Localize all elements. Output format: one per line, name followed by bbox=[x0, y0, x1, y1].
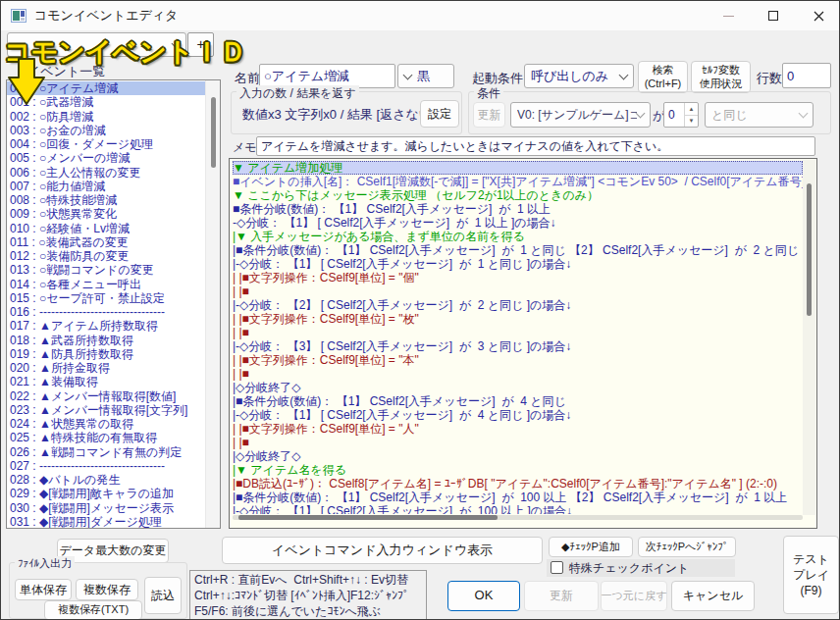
special-checkpoint-checkbox[interactable] bbox=[551, 561, 563, 574]
command-line[interactable]: |■条件分岐(数値)： 【1】 CSelf2[入手メッセージ] が 4 と同じ bbox=[233, 394, 803, 408]
event-list-item[interactable]: 004 : ○回復・ダメージ処理 bbox=[7, 137, 206, 151]
trigger-combo[interactable]: 呼び出しのみ bbox=[524, 64, 634, 88]
command-line[interactable]: | |■ bbox=[233, 284, 803, 298]
command-line[interactable]: | |■文字列操作：CSelf9[単位] = "枚" bbox=[233, 312, 803, 326]
event-list-item[interactable]: 007 : ○能力値増減 bbox=[7, 180, 206, 193]
condition-number-stepper[interactable]: 0 ▲ ▼ bbox=[663, 102, 699, 128]
ok-button[interactable]: OK bbox=[447, 581, 520, 611]
event-list-item[interactable]: 020 : ▲所持金取得 bbox=[7, 361, 206, 375]
memo-input[interactable]: アイテムを増減させます。減らしたいときはマイナスの値を入れて下さい。 bbox=[256, 136, 815, 156]
command-vscrollbar-thumb[interactable] bbox=[807, 183, 812, 316]
undo-button[interactable]: 一つ元に戻す bbox=[601, 581, 667, 611]
command-vscrollbar[interactable] bbox=[803, 160, 815, 515]
maximize-button[interactable] bbox=[751, 1, 796, 30]
command-hscrollbar[interactable] bbox=[233, 515, 803, 520]
name-color-combo[interactable]: 黒 bbox=[397, 64, 454, 88]
event-list-item[interactable]: 023 : ▲メンバー情報取得[文字列] bbox=[7, 403, 206, 417]
command-line[interactable]: | |■文字列操作：CSelf9[単位] = "個" bbox=[233, 271, 803, 284]
add-checkpoint-button[interactable]: ◆ﾁｪｯｸP追加 bbox=[549, 537, 633, 557]
event-list-item[interactable]: 011 : ○装備武器の変更 bbox=[7, 235, 206, 249]
command-line[interactable]: ■条件分岐(数値)： 【1】 CSelf2[入手メッセージ] が 1 以上 bbox=[233, 202, 803, 216]
command-line[interactable]: | |■ bbox=[233, 326, 803, 339]
command-line[interactable]: ▼ ここから下はメッセージ表示処理 （セルフ2が1以上のときのみ） bbox=[233, 188, 803, 202]
condition-compare-value: と同じ bbox=[711, 107, 748, 124]
event-list-item[interactable]: 012 : ○装備防具の変更 bbox=[7, 249, 206, 263]
event-command-list[interactable]: ▼ アイテム増加処理■イベントの挿入[名]： CSelf1[増減数[-で減]] … bbox=[229, 158, 817, 529]
event-list-item[interactable]: 008 : ○特殊技能増減 bbox=[7, 193, 206, 207]
event-list-scrollbar[interactable] bbox=[205, 80, 220, 528]
command-line[interactable]: |-◇分岐： 【3】 [ CSelf2[入手メッセージ] が 3 と同じ ]の場… bbox=[233, 339, 803, 353]
event-list-item[interactable]: 010 : ○経験値・Lv増減 bbox=[7, 222, 206, 235]
command-line[interactable]: |■条件分岐(数値)： 【1】 CSelf2[入手メッセージ] が 1 と同じ … bbox=[233, 243, 803, 257]
line-count-input[interactable]: 0 bbox=[782, 63, 831, 88]
condition-variable-combo[interactable]: V0: [サンプルゲーム]コッ bbox=[510, 102, 651, 128]
command-line[interactable]: ■イベントの挿入[名]： CSelf1[増減数[-で減]] = ["X[共]アイ… bbox=[233, 175, 803, 188]
event-list-item[interactable]: 019 : ▲防具所持数取得 bbox=[7, 347, 206, 361]
command-line[interactable]: -◇分岐： 【1】 [ CSelf2[入手メッセージ] が 1 以上 ]の場合↓ bbox=[233, 216, 803, 230]
condition-update-button[interactable]: 更新 bbox=[473, 102, 505, 128]
event-list-item[interactable]: 030 : ◆[戦闘用]メッセージ表示 bbox=[7, 501, 206, 515]
command-line[interactable]: |-◇分岐： 【1】 [ CSelf2[入手メッセージ] が 100 以上 ]の… bbox=[233, 504, 803, 514]
event-list-item[interactable]: 017 : ▲アイテム所持数取得 bbox=[7, 319, 206, 333]
command-line[interactable]: | |■ bbox=[233, 436, 803, 449]
io-summary: 数値x3 文字列x0 / 結果 [返さない] bbox=[242, 106, 436, 124]
window-title: コモンイベントエディタ bbox=[34, 1, 178, 30]
event-list-scrollbar-thumb[interactable] bbox=[211, 97, 216, 168]
event-list-item[interactable]: 005 : ○メンバーの増減 bbox=[7, 151, 206, 165]
event-list-item[interactable]: 014 : ○各種メニュー呼出 bbox=[7, 278, 206, 291]
event-list-item[interactable]: 003 : ○お金の増減 bbox=[7, 124, 206, 137]
event-list-rows: 000 : ○アイテム増減001 : ○武器増減002 : ○防具増減003 :… bbox=[7, 81, 220, 529]
command-line[interactable]: |▼ 入手メッセージがある場合、まず単位の名前を得る bbox=[233, 230, 803, 243]
next-checkpoint-button[interactable]: 次ﾁｪｯｸPへｼﾞｬﾝﾌﾟ bbox=[638, 537, 736, 557]
command-line[interactable]: |◇分岐終了◇ bbox=[233, 449, 803, 463]
event-list-item[interactable]: 029 : ◆[戦闘用]敵キャラの追加 bbox=[7, 487, 206, 500]
command-line[interactable]: |-◇分岐： 【1】 [ CSelf2[入手メッセージ] が 1 と同じ ]の場… bbox=[233, 257, 803, 271]
command-line[interactable]: |◇分岐終了◇ bbox=[233, 381, 803, 394]
update-button[interactable]: 更新 bbox=[524, 581, 599, 611]
event-list-item[interactable]: 016 : -------------------------------- bbox=[7, 305, 206, 319]
event-list-item[interactable]: 026 : ▲戦闘コマンド有無の判定 bbox=[7, 445, 206, 459]
stepper-up-icon[interactable]: ▲ bbox=[685, 103, 698, 115]
memo-label: メモ bbox=[233, 139, 257, 156]
multi-save-button[interactable]: 複数保存 bbox=[76, 579, 138, 600]
self-variable-usage-button[interactable]: ｾﾙﾌ変数 使用状況 bbox=[691, 61, 751, 93]
event-list-item[interactable]: 002 : ○防具増減 bbox=[7, 110, 206, 124]
minimize-button[interactable] bbox=[706, 1, 751, 30]
trigger-value: 呼び出しのみ bbox=[531, 68, 608, 85]
event-list-item[interactable]: 006 : ○主人公情報の変更 bbox=[7, 166, 206, 180]
test-play-line3: (F9) bbox=[801, 583, 822, 598]
condition-compare-combo[interactable]: と同じ bbox=[705, 102, 814, 128]
event-list-item[interactable]: 022 : ▲メンバー情報取得[数値] bbox=[7, 389, 206, 403]
single-save-button[interactable]: 単体保存 bbox=[15, 579, 72, 600]
event-list-item[interactable]: 028 : ◆バトルの発生 bbox=[7, 473, 206, 487]
multi-save-txt-button[interactable]: 複数保存(TXT) bbox=[44, 600, 142, 620]
command-hscrollbar-thumb[interactable] bbox=[238, 515, 498, 520]
command-input-window-button[interactable]: イベントコマンド入力ウィンドウ表示 bbox=[222, 537, 543, 564]
command-line[interactable]: |-◇分岐： 【1】 [ CSelf2[入手メッセージ] が 4 と同じ ]の場… bbox=[233, 408, 803, 422]
io-config-button[interactable]: 設定 bbox=[420, 100, 459, 128]
chevron-down-icon bbox=[403, 70, 413, 79]
command-line[interactable]: |▼ アイテム名を得る bbox=[233, 463, 803, 477]
stepper-down-icon[interactable]: ▼ bbox=[685, 115, 698, 128]
search-button[interactable]: 検索 (Ctrl+F) bbox=[638, 61, 688, 93]
command-line[interactable]: | |■文字列操作：CSelf9[単位] = "人" bbox=[233, 422, 803, 436]
event-list-item[interactable]: 031 : ◆[戦闘用]ダメージ処理 bbox=[7, 515, 206, 529]
event-list-item[interactable]: 009 : ○状態異常変化 bbox=[7, 207, 206, 221]
command-line[interactable]: |■DB読込(ﾕｰｻﾞ)： CSelf8[アイテム名] = ﾕｰｻﾞDB[ "ア… bbox=[233, 477, 803, 491]
command-line[interactable]: ▼ アイテム増加処理 bbox=[233, 161, 803, 175]
test-play-button[interactable]: テスト プレイ (F9) bbox=[783, 536, 839, 614]
command-line[interactable]: |-◇分岐： 【2】 [ CSelf2[入手メッセージ] が 2 と同じ ]の場… bbox=[233, 298, 803, 312]
event-list-item[interactable]: 021 : ▲装備取得 bbox=[7, 375, 206, 388]
event-list-item[interactable]: 025 : ▲特殊技能の有無取得 bbox=[7, 431, 206, 444]
cancel-button[interactable]: キャンセル bbox=[671, 581, 755, 611]
command-line[interactable]: | |■文字列操作：CSelf9[単位] = "本" bbox=[233, 353, 803, 367]
event-list-item[interactable]: 015 : ○セーブ許可・禁止設定 bbox=[7, 291, 206, 305]
event-list-item[interactable]: 024 : ▲状態異常の取得 bbox=[7, 417, 206, 431]
close-button[interactable] bbox=[796, 1, 840, 30]
event-list-item[interactable]: 027 : -------------------------------- bbox=[7, 459, 206, 473]
event-list-item[interactable]: 013 : ○戦闘コマンドの変更 bbox=[7, 263, 206, 277]
load-button[interactable]: 読込 bbox=[144, 577, 182, 614]
event-list-item[interactable]: 018 : ▲武器所持数取得 bbox=[7, 334, 206, 347]
command-line[interactable]: | |■ bbox=[233, 367, 803, 381]
command-line[interactable]: |■条件分岐(数値)： 【1】 CSelf2[入手メッセージ] が 100 以上… bbox=[233, 491, 803, 504]
